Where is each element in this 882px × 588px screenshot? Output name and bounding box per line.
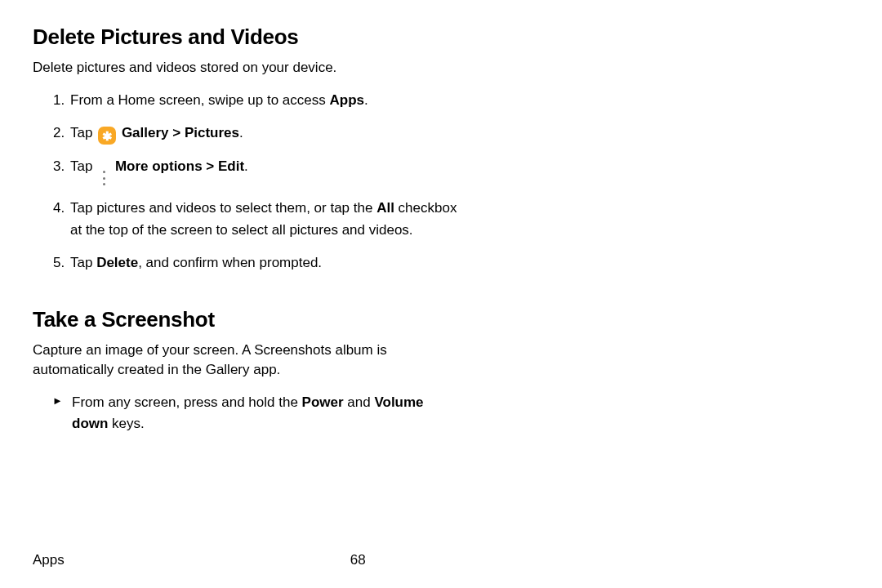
chevron: > xyxy=(169,125,185,140)
heading-delete: Delete Pictures and Videos xyxy=(33,24,457,50)
text: Tap xyxy=(70,158,96,174)
text: . xyxy=(244,158,248,174)
manual-page: Delete Pictures and Videos Delete pictur… xyxy=(0,0,490,588)
text: Tap pictures and videos to select them, … xyxy=(70,200,376,216)
text: . xyxy=(364,92,368,108)
text: , and confirm when prompted. xyxy=(138,255,322,270)
delete-steps: From a Home screen, swipe up to access A… xyxy=(33,90,457,274)
screenshot-steps: From any screen, press and hold the Powe… xyxy=(33,392,457,435)
apps-label: Apps xyxy=(329,92,364,108)
gallery-icon: ✱ xyxy=(98,127,116,145)
step-4: Tap pictures and videos to select them, … xyxy=(69,198,457,241)
text: keys. xyxy=(108,416,144,431)
text: Tap xyxy=(70,255,96,270)
step-1: From a Home screen, swipe up to access A… xyxy=(69,90,457,111)
intro-screenshot: Capture an image of your screen. A Scree… xyxy=(33,341,457,381)
text: Tap xyxy=(70,125,96,140)
step-5: Tap Delete, and confirm when prompted. xyxy=(69,252,457,274)
pictures-label: Pictures xyxy=(185,125,239,140)
footer-section: Apps xyxy=(33,552,65,568)
all-label: All xyxy=(376,200,394,216)
delete-label: Delete xyxy=(96,255,138,270)
text: From any screen, press and hold the xyxy=(72,394,302,410)
chevron: > xyxy=(203,158,218,174)
text: . xyxy=(239,125,243,140)
gallery-label: Gallery xyxy=(122,125,169,140)
step-2: Tap ✱ Gallery > Pictures. xyxy=(69,122,457,145)
more-options-label: More options xyxy=(115,158,203,174)
step-3: Tap More options > Edit. xyxy=(69,156,457,186)
page-footer: Apps 68 xyxy=(33,552,457,568)
text: From a Home screen, swipe up to access xyxy=(70,92,329,108)
more-options-icon xyxy=(99,170,109,186)
intro-delete: Delete pictures and videos stored on you… xyxy=(33,58,457,78)
text: and xyxy=(344,394,375,410)
footer-page-number: 68 xyxy=(350,552,366,568)
screenshot-step-1: From any screen, press and hold the Powe… xyxy=(52,392,457,435)
power-key-label: Power xyxy=(302,394,344,410)
edit-label: Edit xyxy=(218,158,244,174)
heading-screenshot: Take a Screenshot xyxy=(33,307,457,332)
